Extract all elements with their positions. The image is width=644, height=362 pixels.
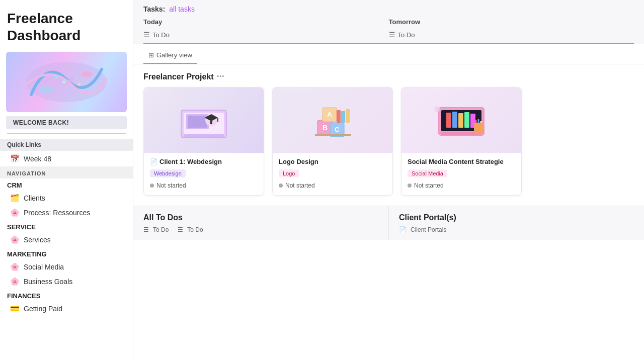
project-card-0[interactable]: 📄 Client 1: Webdesign Webdesign Not star…	[143, 87, 264, 196]
section-options-icon[interactable]: ···	[217, 71, 224, 82]
todo-icon-1: ☰	[143, 226, 149, 233]
page-title: Freelance Dashboard	[0, 6, 133, 52]
today-column: Today ☰ To Do	[143, 13, 389, 44]
status-dot-1	[279, 184, 283, 188]
quick-links-label: Quick Links	[0, 139, 133, 151]
tomorrow-label: Tomorrow	[389, 18, 634, 26]
calendar-icon: 📅	[10, 154, 20, 163]
card-status-0: Not started	[150, 182, 258, 189]
social-media-label: Social Media	[24, 263, 64, 271]
todo-list-icon: ☰	[143, 31, 150, 39]
process-label: Process: Ressources	[24, 209, 90, 217]
card-body-2: Social Media Content Strategie Social Me…	[401, 153, 521, 195]
getting-paid-label: Getting Paid	[24, 305, 62, 313]
week48-label: Week 48	[24, 155, 51, 163]
project-card-2[interactable]: Social Media Content Strategie Social Me…	[401, 87, 522, 196]
svg-text:C: C	[335, 126, 340, 133]
today-label: Today	[143, 18, 389, 26]
card-status-text-1: Not started	[285, 182, 315, 189]
card-image-0	[144, 87, 264, 153]
svg-rect-22	[337, 110, 341, 123]
sidebar-item-clients[interactable]: 🗂️ Clients	[3, 191, 130, 205]
card-title-1: Logo Design	[279, 158, 386, 165]
svg-point-4	[62, 80, 65, 83]
service-label: SERVICE	[0, 220, 133, 232]
navigation-label: NAVIGATION	[0, 166, 133, 178]
card-image-1: B C A	[273, 87, 392, 153]
marketing-label: MARKETING	[0, 247, 133, 259]
today-todo-label: To Do	[152, 31, 170, 39]
card-doc-icon-0: 📄	[150, 158, 157, 165]
svg-point-6	[77, 83, 80, 86]
tomorrow-todo-row[interactable]: ☰ To Do	[389, 29, 634, 44]
welcome-text: WELCOME BACK!	[6, 116, 127, 129]
card-status-text-0: Not started	[156, 182, 186, 189]
clients-label: Clients	[24, 194, 45, 202]
sidebar-item-getting-paid[interactable]: 💳 Getting Paid	[3, 302, 130, 316]
gallery-view-label: Gallery view	[156, 51, 192, 59]
project-cards-row: 📄 Client 1: Webdesign Webdesign Not star…	[133, 87, 644, 206]
services-icon: 🌸	[10, 235, 20, 244]
process-icon: 🌸	[10, 208, 20, 217]
client-portals-label: Client Portals	[411, 226, 446, 233]
all-todos-section: All To Dos ☰ To Do ☰ To Do	[133, 206, 389, 240]
todo-item-2: To Do	[187, 226, 203, 233]
business-goals-icon: 🌸	[10, 277, 20, 286]
svg-point-3	[54, 75, 58, 79]
all-todos-title: All To Dos	[143, 213, 378, 222]
sidebar-item-services[interactable]: 🌸 Services	[3, 233, 130, 247]
todo-icon-2: ☰	[178, 226, 183, 233]
svg-rect-31	[464, 112, 469, 128]
client-portal-row: 📄 Client Portals	[399, 226, 634, 233]
card-status-1: Not started	[279, 182, 386, 189]
svg-rect-14	[210, 121, 212, 124]
svg-point-2	[80, 71, 93, 77]
tomorrow-todo-label: To Do	[398, 31, 415, 39]
card-title-text-0: Client 1: Webdesign	[159, 158, 222, 165]
social-media-icon: 🌸	[10, 262, 20, 272]
card-title-text-1: Logo Design	[279, 158, 318, 165]
svg-rect-28	[446, 113, 451, 128]
svg-text:A: A	[327, 111, 332, 118]
client-portals-title: Client Portal(s)	[399, 213, 634, 222]
clients-icon: 🗂️	[10, 194, 20, 203]
project-card-1[interactable]: B C A Logo Design Logo	[272, 87, 393, 196]
project-section-header: Freelancer Projekt ···	[133, 64, 644, 87]
status-dot-2	[408, 184, 412, 188]
all-tasks-link[interactable]: all tasks	[169, 5, 195, 13]
task-columns: Today ☰ To Do Tomorrow ☰ To Do	[133, 13, 644, 44]
gallery-grid-icon: ⊞	[148, 51, 154, 59]
status-dot-0	[150, 184, 154, 188]
svg-rect-10	[188, 116, 207, 128]
card-status-2: Not started	[408, 182, 515, 189]
card-title-text-2: Social Media Content Strategie	[408, 158, 504, 165]
sidebar-item-week48[interactable]: 📅 Week 48	[3, 152, 130, 166]
svg-rect-23	[341, 111, 345, 123]
sidebar-item-business-goals[interactable]: 🌸 Business Goals	[3, 275, 130, 289]
gallery-view-tab[interactable]: ⊞ Gallery view	[143, 48, 197, 64]
svg-rect-34	[474, 123, 483, 134]
card-image-2	[401, 87, 521, 153]
svg-rect-24	[346, 109, 350, 123]
svg-rect-11	[184, 134, 224, 137]
sidebar-item-process[interactable]: 🌸 Process: Ressources	[3, 206, 130, 220]
sidebar-item-social-media[interactable]: 🌸 Social Media	[3, 260, 130, 274]
svg-rect-25	[315, 134, 351, 136]
todo-item-1: To Do	[153, 226, 169, 233]
gallery-bar: ⊞ Gallery view	[133, 44, 644, 64]
today-todo-row[interactable]: ☰ To Do	[143, 29, 389, 44]
client-portals-section: Client Portal(s) 📄 Client Portals	[389, 206, 644, 240]
services-label: Services	[24, 236, 51, 244]
card-tag-2: Social Media	[408, 169, 447, 177]
bottom-todo-row: ☰ To Do ☰ To Do	[143, 226, 378, 233]
card-tag-1: Logo	[279, 169, 299, 177]
svg-text:B: B	[323, 124, 328, 132]
tasks-bar: Tasks: all tasks	[133, 0, 644, 13]
card-title-0: 📄 Client 1: Webdesign	[150, 158, 258, 165]
divider	[7, 133, 126, 134]
doc-icon: 📄	[399, 226, 407, 233]
card-status-text-2: Not started	[414, 182, 444, 189]
getting-paid-icon: 💳	[10, 304, 20, 313]
svg-point-1	[39, 85, 54, 94]
crm-label: CRM	[0, 178, 133, 191]
